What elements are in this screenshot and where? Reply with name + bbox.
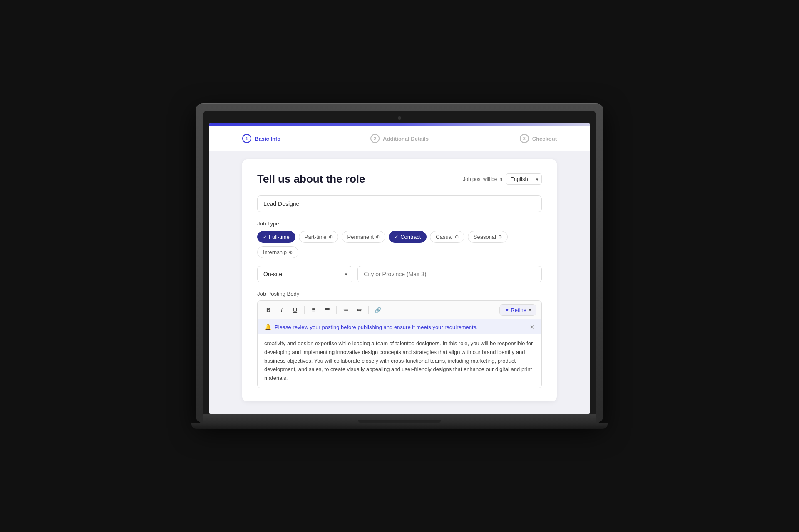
language-selector-group: Job post will be in English French Spani… (463, 173, 542, 185)
alert-close-button[interactable]: ✕ (530, 324, 535, 330)
step-3-label: Checkout (532, 136, 557, 142)
chip-seasonal-icon: ⊕ (498, 234, 502, 240)
chip-casual[interactable]: Casual ⊕ (430, 231, 464, 243)
chip-full-time-label: Full-time (269, 234, 290, 240)
chip-internship[interactable]: Internship ⊕ (257, 246, 298, 258)
step-2[interactable]: 2 Additional Details (365, 134, 434, 143)
form-card: Tell us about the role Job post will be … (242, 159, 557, 401)
laptop-frame: 1 Basic Info 2 Additional Details (196, 103, 603, 429)
chip-internship-icon: ⊕ (289, 250, 293, 255)
camera (398, 116, 401, 120)
step-1-label: Basic Info (255, 136, 280, 142)
job-types-container: ✓ Full-time Part-time ⊕ (257, 231, 542, 258)
language-select-wrapper[interactable]: English French Spanish German (506, 173, 542, 185)
screen: 1 Basic Info 2 Additional Details (209, 123, 590, 414)
job-title-input[interactable] (257, 195, 542, 212)
refine-chevron-icon: ▾ (529, 308, 531, 312)
city-input[interactable] (357, 266, 542, 282)
chip-permanent-label: Permanent (347, 234, 374, 240)
chip-permanent[interactable]: Permanent ⊕ (342, 231, 386, 243)
language-label: Job post will be in (463, 176, 502, 182)
chip-full-time-icon: ✓ (263, 234, 267, 240)
chip-casual-label: Casual (436, 234, 452, 240)
step-1-circle: 1 (242, 134, 251, 143)
refine-button[interactable]: ✦ Refine ▾ (499, 304, 536, 316)
toolbar-align-center-btn[interactable]: ⇔ (353, 304, 365, 316)
chip-part-time-icon: ⊕ (329, 234, 333, 240)
toolbar-italic-btn[interactable]: I (276, 304, 288, 316)
location-row: On-site Remote Hybrid (257, 266, 542, 282)
stepper-area: 1 Basic Info 2 Additional Details (209, 126, 590, 151)
chip-part-time[interactable]: Part-time ⊕ (299, 231, 338, 243)
alert-banner: 🔔 Please review your posting before publ… (258, 319, 541, 334)
toolbar-bold-btn[interactable]: B (263, 304, 274, 316)
toolbar-underline-btn[interactable]: U (289, 304, 301, 316)
form-header: Tell us about the role Job post will be … (257, 173, 542, 186)
toolbar-numbered-btn[interactable]: ≣ (321, 304, 333, 316)
alert-text: Please review your posting before publis… (275, 324, 526, 330)
toolbar-separator-1 (304, 306, 305, 314)
step-1[interactable]: 1 Basic Info (242, 134, 286, 143)
editor-toolbar: B I U ≡ ≣ ⇦ ⇔ 🔗 (258, 301, 541, 319)
chip-casual-icon: ⊕ (455, 234, 459, 240)
step-2-circle: 2 (370, 134, 380, 143)
toolbar-bullet-btn[interactable]: ≡ (308, 304, 320, 316)
chip-part-time-label: Part-time (305, 234, 327, 240)
toolbar-link-btn[interactable]: 🔗 (372, 304, 384, 316)
laptop-bottom (191, 423, 608, 429)
posting-body-label: Job Posting Body: (257, 291, 542, 297)
toolbar-separator-3 (368, 306, 369, 314)
chip-contract-icon: ✓ (395, 234, 398, 240)
chip-permanent-icon: ⊕ (376, 234, 380, 240)
editor-area: B I U ≡ ≣ ⇦ ⇔ 🔗 (257, 300, 542, 388)
chip-seasonal[interactable]: Seasonal ⊕ (468, 231, 508, 243)
editor-body[interactable]: 🔔 Please review your posting before publ… (258, 319, 541, 388)
location-select[interactable]: On-site Remote Hybrid (257, 266, 352, 282)
editor-text-content[interactable]: creativity and design expertise while le… (258, 334, 541, 388)
laptop-base (203, 414, 596, 423)
language-select[interactable]: English French Spanish German (506, 173, 542, 185)
alert-bell-icon: 🔔 (264, 324, 271, 330)
refine-label: ✦ Refine (505, 307, 526, 313)
toolbar-align-left-btn[interactable]: ⇦ (340, 304, 352, 316)
chip-contract-label: Contract (400, 234, 421, 240)
step-3[interactable]: 3 Checkout (514, 134, 557, 143)
job-type-label: Job Type: (257, 220, 542, 227)
location-select-wrapper[interactable]: On-site Remote Hybrid (257, 266, 352, 282)
toolbar-separator-2 (336, 306, 337, 314)
chip-contract[interactable]: ✓ Contract (389, 231, 427, 243)
chip-seasonal-label: Seasonal (474, 234, 496, 240)
form-title: Tell us about the role (257, 173, 365, 186)
chip-internship-label: Internship (263, 249, 287, 255)
step-3-circle: 3 (520, 134, 529, 143)
chip-full-time[interactable]: ✓ Full-time (257, 231, 295, 243)
step-2-label: Additional Details (383, 136, 429, 142)
top-accent-bar (209, 123, 590, 126)
